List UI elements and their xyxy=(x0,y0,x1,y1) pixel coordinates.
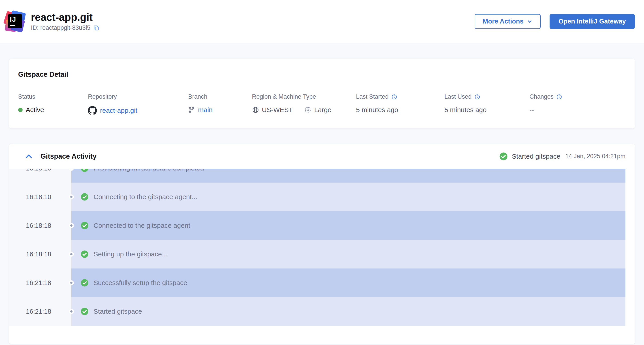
more-actions-button[interactable]: More Actions xyxy=(474,14,540,29)
activity-status-text: Started gitspace xyxy=(512,152,560,160)
changes-value: -- xyxy=(530,106,534,114)
gitspace-detail-card: Gitspace Detail Status Active Repository… xyxy=(9,58,635,129)
log-message-band: Setting up the gitspace... xyxy=(72,240,626,268)
git-branch-icon xyxy=(188,106,195,113)
open-intellij-gateway-button[interactable]: Open IntelliJ Gateway xyxy=(550,14,635,29)
log-message: Setting up the gitspace... xyxy=(94,250,168,258)
check-circle-icon xyxy=(80,308,88,316)
field-repository: Repository react-app.git xyxy=(88,93,188,115)
log-time: 16:21:18 xyxy=(9,297,72,326)
activity-header: Gitspace Activity Started gitspace 14 Ja… xyxy=(9,144,635,169)
activity-log-row: 16:18:10 Provisioning infrastructure com… xyxy=(9,169,635,182)
copy-icon[interactable] xyxy=(93,25,99,31)
activity-log-row: 16:21:18 Started gitspace xyxy=(9,297,635,326)
log-message: Connected to the gitspace agent xyxy=(94,222,190,229)
check-circle-icon xyxy=(80,279,88,287)
activity-log-row: 16:21:18 Successfully setup the gitspace xyxy=(9,268,635,297)
check-circle-icon xyxy=(80,222,88,230)
log-message-band: Connecting to the gitspace agent... xyxy=(72,182,626,211)
chevron-up-icon[interactable] xyxy=(25,152,33,160)
field-last-used: Last Used 5 minutes ago xyxy=(444,93,530,115)
log-message: Started gitspace xyxy=(94,308,142,315)
log-message: Successfully setup the gitspace xyxy=(94,279,187,286)
intellij-idea-logo-icon: IJ xyxy=(5,11,26,32)
activity-timestamp: 14 Jan, 2025 04:21pm xyxy=(565,153,626,160)
log-time: 16:18:10 xyxy=(9,169,72,182)
repository-link[interactable]: react-app.git xyxy=(100,107,138,114)
info-icon[interactable] xyxy=(391,94,397,100)
logo-monogram: IJ xyxy=(8,14,22,28)
more-actions-label: More Actions xyxy=(483,18,524,25)
changes-label: Changes xyxy=(530,93,554,100)
activity-title: Gitspace Activity xyxy=(40,152,96,160)
timeline-dot-icon xyxy=(69,309,74,314)
page-header: IJ react-app.git ID: reactappgit-83u3i5 … xyxy=(0,0,644,43)
machine-type-value: Large xyxy=(314,106,332,114)
check-circle-icon xyxy=(80,250,88,258)
branch-label: Branch xyxy=(188,93,252,100)
timeline-dot-icon xyxy=(69,223,74,228)
repository-label: Repository xyxy=(88,93,188,100)
log-time: 16:18:18 xyxy=(9,240,72,268)
region-machine-label: Region & Machine Type xyxy=(252,93,356,100)
cpu-icon xyxy=(304,106,312,114)
last-started-value: 5 minutes ago xyxy=(356,106,398,114)
gitspace-activity-card: Gitspace Activity Started gitspace 14 Ja… xyxy=(9,144,635,344)
status-active-dot-icon xyxy=(18,108,22,112)
github-icon xyxy=(88,106,97,115)
field-status: Status Active xyxy=(18,93,88,115)
field-changes: Changes -- xyxy=(530,93,626,115)
activity-log-scroll-area[interactable]: 16:18:10 Provisioning infrastructure com… xyxy=(9,169,635,326)
log-message-band: Successfully setup the gitspace xyxy=(72,268,626,297)
timeline-dot-icon xyxy=(69,280,74,285)
field-region-machine: Region & Machine Type US-WEST xyxy=(252,93,356,115)
region-value: US-WEST xyxy=(262,106,293,114)
field-branch: Branch main xyxy=(188,93,252,115)
last-used-label: Last Used xyxy=(444,93,472,100)
chevron-down-icon xyxy=(527,18,532,24)
activity-log-row: 16:18:18 Setting up the gitspace... xyxy=(9,240,635,268)
timeline-dot-icon xyxy=(69,252,74,256)
info-icon[interactable] xyxy=(556,94,562,100)
open-gateway-label: Open IntelliJ Gateway xyxy=(558,18,626,25)
branch-link[interactable]: main xyxy=(198,106,212,114)
check-circle-icon xyxy=(499,152,508,161)
log-time: 16:21:18 xyxy=(9,268,72,297)
log-message-band: Started gitspace xyxy=(72,297,626,326)
status-label: Status xyxy=(18,93,88,100)
log-message: Connecting to the gitspace agent... xyxy=(94,193,197,201)
status-value: Active xyxy=(26,106,44,114)
activity-log-row: 16:18:10 Connecting to the gitspace agen… xyxy=(9,182,635,211)
globe-icon xyxy=(252,106,259,114)
gitspace-id-text: ID: reactappgit-83u3i5 xyxy=(31,24,90,31)
info-icon[interactable] xyxy=(474,94,480,100)
log-message-band: Connected to the gitspace agent xyxy=(72,211,626,240)
last-used-value: 5 minutes ago xyxy=(444,106,486,114)
activity-log-list: 16:18:10 Provisioning infrastructure com… xyxy=(9,169,635,326)
field-last-started: Last Started 5 minutes ago xyxy=(356,93,444,115)
main-content: Gitspace Detail Status Active Repository… xyxy=(0,43,644,344)
activity-log-row: 16:18:18 Connected to the gitspace agent xyxy=(9,211,635,240)
last-started-label: Last Started xyxy=(356,93,389,100)
detail-card-title: Gitspace Detail xyxy=(18,70,626,78)
check-circle-icon xyxy=(80,193,88,201)
page-title: react-app.git xyxy=(31,12,99,23)
activity-status-badge: Started gitspace xyxy=(499,152,560,161)
log-message: Provisioning infrastructure completed xyxy=(94,169,204,172)
log-message-band: Provisioning infrastructure completed xyxy=(72,169,626,182)
log-time: 16:18:18 xyxy=(9,211,72,240)
check-circle-icon xyxy=(80,169,88,172)
timeline-dot-icon xyxy=(69,194,74,199)
log-time: 16:18:10 xyxy=(9,182,72,211)
